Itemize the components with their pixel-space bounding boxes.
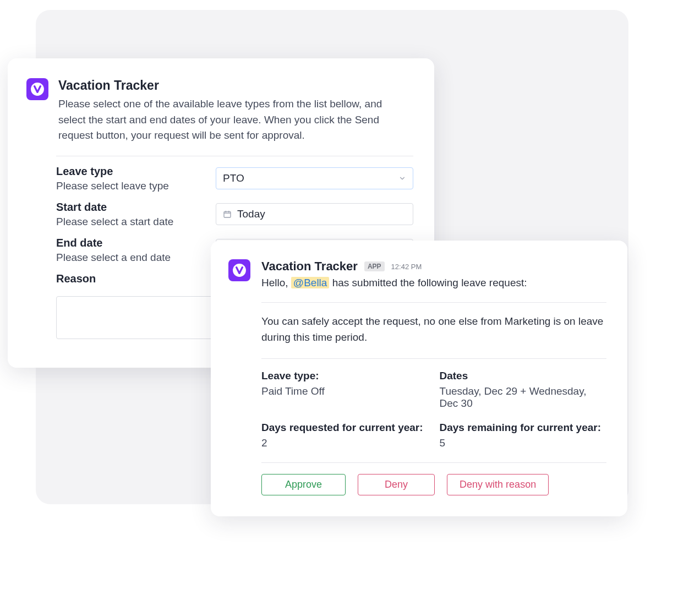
detail-leave-type-value: Paid Time Off (261, 385, 429, 397)
notification-greeting: Hello, @Bella has submitted the followin… (261, 277, 606, 289)
notification-app-title: Vacation Tracker (261, 259, 358, 274)
divider (261, 358, 606, 359)
detail-dates-value: Tuesday, Dec 29 + Wednesday, Dec 30 (440, 385, 607, 410)
chevron-down-icon (398, 174, 406, 182)
start-date-value: Today (237, 208, 265, 220)
leave-type-label: Leave type (56, 165, 207, 178)
end-date-label: End date (56, 237, 207, 249)
detail-days-requested-value: 2 (261, 437, 429, 449)
detail-days-requested-label: Days requested for current year: (261, 422, 429, 434)
leave-type-help: Please select leave type (56, 180, 207, 192)
greeting-prefix: Hello, (261, 277, 291, 288)
start-date-picker[interactable]: Today (216, 203, 413, 225)
svg-point-0 (31, 83, 44, 96)
deny-button[interactable]: Deny (358, 474, 435, 495)
app-badge: APP (364, 261, 385, 271)
divider (261, 302, 606, 303)
leave-type-select[interactable]: PTO (216, 167, 413, 189)
user-mention[interactable]: @Bella (291, 277, 330, 288)
notification-note: You can safely accept the request, no on… (261, 314, 606, 345)
svg-rect-1 (224, 211, 231, 217)
notification-time: 12:42 PM (391, 263, 422, 271)
calendar-icon (223, 210, 232, 219)
divider (261, 462, 606, 463)
detail-days-remaining-label: Days remaining for current year: (440, 422, 607, 434)
app-logo-icon (228, 259, 250, 281)
approve-button[interactable]: Approve (261, 474, 346, 495)
start-date-label: Start date (56, 201, 207, 214)
svg-point-3 (233, 264, 246, 277)
app-logo-icon (26, 78, 48, 100)
detail-leave-type-label: Leave type: (261, 370, 429, 382)
end-date-help: Please select a end date (56, 252, 207, 264)
leave-type-value: PTO (223, 172, 398, 184)
start-date-help: Please select a start date (56, 216, 207, 228)
reason-label: Reason (56, 272, 96, 285)
greeting-suffix: has submitted the following leave reques… (329, 277, 527, 288)
leave-request-notification-card: Vacation Tracker APP 12:42 PM Hello, @Be… (211, 241, 627, 516)
deny-with-reason-button[interactable]: Deny with reason (447, 474, 549, 495)
detail-dates-label: Dates (440, 370, 607, 382)
detail-days-remaining-value: 5 (440, 437, 607, 449)
divider (56, 156, 413, 156)
form-app-title: Vacation Tracker (58, 78, 411, 93)
form-description: Please select one of the available leave… (58, 96, 411, 144)
